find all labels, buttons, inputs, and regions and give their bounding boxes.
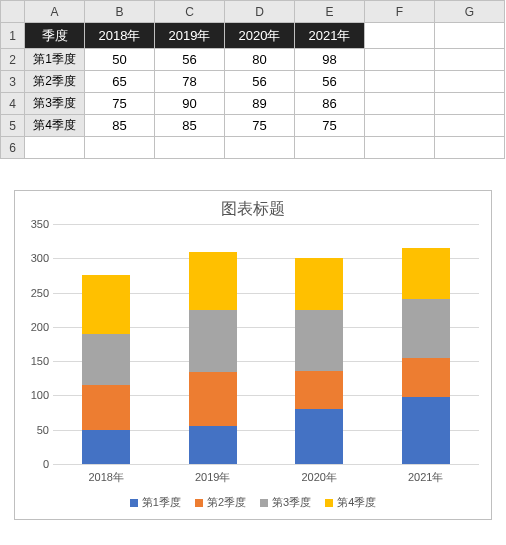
cell-F1[interactable] — [365, 23, 435, 49]
col-header-A[interactable]: A — [25, 1, 85, 23]
bar-segment — [189, 426, 237, 464]
cell-F4[interactable] — [365, 93, 435, 115]
cell-G3[interactable] — [435, 71, 505, 93]
cell-E3[interactable]: 56 — [295, 71, 365, 93]
bar-segment — [82, 385, 130, 430]
col-header-B[interactable]: B — [85, 1, 155, 23]
y-tick-label: 200 — [31, 321, 49, 333]
bar-segment — [402, 299, 450, 358]
y-tick-label: 0 — [43, 458, 49, 470]
legend-label: 第1季度 — [142, 495, 181, 510]
cell-A5[interactable]: 第4季度 — [25, 115, 85, 137]
cell-G2[interactable] — [435, 49, 505, 71]
y-tick-label: 50 — [37, 424, 49, 436]
legend-label: 第2季度 — [207, 495, 246, 510]
cell-D2[interactable]: 80 — [225, 49, 295, 71]
table-row: 5 第4季度 85 85 75 75 — [1, 115, 505, 137]
bar-segment — [82, 430, 130, 464]
cell-C4[interactable]: 90 — [155, 93, 225, 115]
cell-C2[interactable]: 56 — [155, 49, 225, 71]
cell-F2[interactable] — [365, 49, 435, 71]
chart-plot-area: 050100150200250300350 — [53, 224, 479, 464]
col-header-E[interactable]: E — [295, 1, 365, 23]
cell-A2[interactable]: 第1季度 — [25, 49, 85, 71]
y-tick-label: 300 — [31, 252, 49, 264]
cell-D6[interactable] — [225, 137, 295, 159]
x-tick-label: 2021年 — [402, 470, 450, 485]
y-tick-label: 350 — [31, 218, 49, 230]
cell-E6[interactable] — [295, 137, 365, 159]
row-header-3[interactable]: 3 — [1, 71, 25, 93]
cell-D4[interactable]: 89 — [225, 93, 295, 115]
cell-D5[interactable]: 75 — [225, 115, 295, 137]
chart-x-axis: 2018年2019年2020年2021年 — [53, 470, 479, 485]
row-header-5[interactable]: 5 — [1, 115, 25, 137]
cell-C3[interactable]: 78 — [155, 71, 225, 93]
bar-segment — [295, 371, 343, 409]
embedded-chart[interactable]: 图表标题 050100150200250300350 2018年2019年202… — [14, 190, 492, 520]
col-header-C[interactable]: C — [155, 1, 225, 23]
cell-E2[interactable]: 98 — [295, 49, 365, 71]
col-header-D[interactable]: D — [225, 1, 295, 23]
bar-segment — [295, 310, 343, 371]
bar-segment — [295, 258, 343, 309]
legend-swatch — [130, 499, 138, 507]
row-header-4[interactable]: 4 — [1, 93, 25, 115]
chart-y-axis: 050100150200250300350 — [21, 224, 51, 464]
bar-segment — [82, 334, 130, 385]
row-header-1[interactable]: 1 — [1, 23, 25, 49]
cell-F3[interactable] — [365, 71, 435, 93]
select-all-corner[interactable] — [1, 1, 25, 23]
y-tick-label: 100 — [31, 389, 49, 401]
table-row: 1 季度 2018年 2019年 2020年 2021年 — [1, 23, 505, 49]
legend-swatch — [195, 499, 203, 507]
cell-A6[interactable] — [25, 137, 85, 159]
cell-B6[interactable] — [85, 137, 155, 159]
cell-G4[interactable] — [435, 93, 505, 115]
chart-bars — [53, 224, 479, 464]
cell-F6[interactable] — [365, 137, 435, 159]
cell-G1[interactable] — [435, 23, 505, 49]
cell-G6[interactable] — [435, 137, 505, 159]
stacked-bar — [189, 252, 237, 464]
legend-label: 第3季度 — [272, 495, 311, 510]
cell-C1[interactable]: 2019年 — [155, 23, 225, 49]
bar-segment — [189, 310, 237, 372]
bar-segment — [189, 252, 237, 310]
col-header-G[interactable]: G — [435, 1, 505, 23]
stacked-bar — [82, 275, 130, 464]
legend-item: 第2季度 — [195, 495, 246, 510]
row-header-6[interactable]: 6 — [1, 137, 25, 159]
cell-D3[interactable]: 56 — [225, 71, 295, 93]
cell-C6[interactable] — [155, 137, 225, 159]
cell-A1[interactable]: 季度 — [25, 23, 85, 49]
cell-E4[interactable]: 86 — [295, 93, 365, 115]
cell-F5[interactable] — [365, 115, 435, 137]
stacked-bar — [402, 248, 450, 464]
row-header-2[interactable]: 2 — [1, 49, 25, 71]
table-row: 2 第1季度 50 56 80 98 — [1, 49, 505, 71]
spreadsheet-grid[interactable]: A B C D E F G 1 季度 2018年 2019年 2020年 202… — [0, 0, 505, 159]
cell-C5[interactable]: 85 — [155, 115, 225, 137]
cell-B2[interactable]: 50 — [85, 49, 155, 71]
cell-E5[interactable]: 75 — [295, 115, 365, 137]
cell-D1[interactable]: 2020年 — [225, 23, 295, 49]
cell-B3[interactable]: 65 — [85, 71, 155, 93]
bar-segment — [189, 372, 237, 425]
cell-B1[interactable]: 2018年 — [85, 23, 155, 49]
x-tick-label: 2018年 — [82, 470, 130, 485]
column-header-row: A B C D E F G — [1, 1, 505, 23]
y-tick-label: 150 — [31, 355, 49, 367]
chart-legend: 第1季度第2季度第3季度第4季度 — [15, 495, 491, 510]
bar-segment — [82, 275, 130, 333]
cell-G5[interactable] — [435, 115, 505, 137]
col-header-F[interactable]: F — [365, 1, 435, 23]
cell-A4[interactable]: 第3季度 — [25, 93, 85, 115]
cell-B5[interactable]: 85 — [85, 115, 155, 137]
cell-B4[interactable]: 75 — [85, 93, 155, 115]
cell-E1[interactable]: 2021年 — [295, 23, 365, 49]
cell-A3[interactable]: 第2季度 — [25, 71, 85, 93]
y-tick-label: 250 — [31, 287, 49, 299]
bar-segment — [295, 409, 343, 464]
table-row: 4 第3季度 75 90 89 86 — [1, 93, 505, 115]
